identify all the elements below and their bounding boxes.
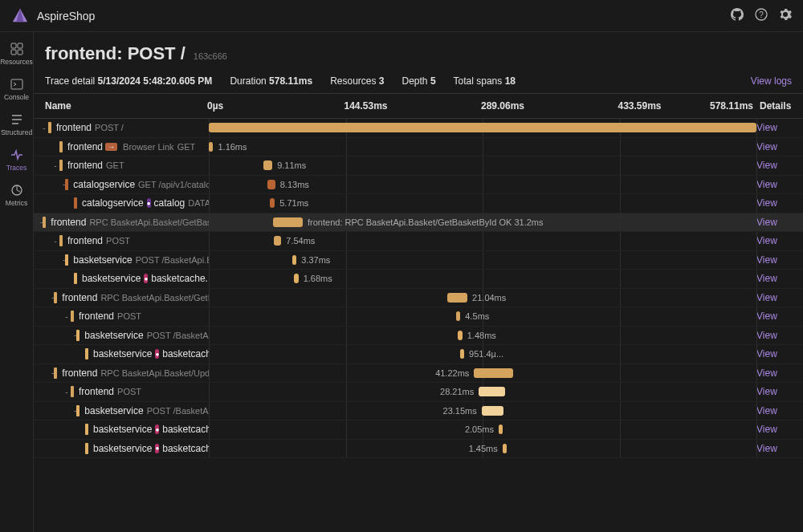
rail-item-structured[interactable]: Structured: [0, 108, 33, 141]
service-name: frontend: [56, 122, 92, 133]
service-name: catalogservice: [73, 179, 135, 190]
service-stripe-icon: [54, 292, 57, 303]
view-link[interactable]: View: [756, 330, 777, 341]
view-link[interactable]: View: [756, 122, 777, 133]
console-icon: [10, 77, 24, 91]
span-duration-label: 951.4µ...: [464, 349, 503, 359]
rail-item-traces[interactable]: Traces: [0, 143, 33, 177]
view-link[interactable]: View: [756, 160, 777, 171]
view-link[interactable]: View: [756, 405, 777, 416]
span-row[interactable]: basketservice●basketcache...951.4µ...Vie…: [34, 345, 803, 364]
span-duration-label: 8.13ms: [275, 180, 309, 189]
svg-rect-4: [11, 50, 16, 55]
span-bar[interactable]: [474, 368, 513, 378]
view-link[interactable]: View: [756, 197, 777, 209]
service-stripe-icon: [76, 405, 79, 416]
svg-rect-6: [11, 79, 22, 89]
expand-toggle[interactable]: -: [63, 388, 71, 396]
gear-icon[interactable]: [779, 8, 792, 23]
span-bar[interactable]: [263, 160, 272, 170]
service-name: frontend: [67, 141, 103, 152]
view-link[interactable]: View: [756, 443, 777, 454]
span-row[interactable]: -frontendPOST /View: [34, 119, 803, 138]
span-row[interactable]: -basketservicePOST /BasketApi.Bas...23.1…: [34, 402, 803, 421]
span-bar[interactable]: [479, 387, 505, 396]
metrics-icon: [10, 183, 24, 197]
span-bar[interactable]: [273, 217, 303, 227]
view-link[interactable]: View: [756, 424, 777, 435]
span-bar[interactable]: [482, 406, 503, 416]
view-link[interactable]: View: [756, 386, 777, 397]
view-link[interactable]: View: [756, 348, 777, 359]
span-bar[interactable]: [270, 198, 275, 208]
view-link[interactable]: View: [756, 141, 777, 152]
trace-meta: Trace detail 5/13/2024 5:48:20.605 PM Du…: [34, 67, 803, 93]
expand-toggle[interactable]: -: [40, 124, 48, 132]
span-row[interactable]: -frontendRPC BasketApi.Basket/UpdateBa..…: [34, 364, 803, 384]
timeline-cell: 3.37ms: [209, 251, 756, 270]
view-link[interactable]: View: [756, 292, 777, 303]
rail-item-console[interactable]: Console: [0, 72, 33, 106]
timeline-cell: 2.05ms: [209, 420, 756, 439]
github-icon[interactable]: [731, 8, 744, 23]
tick-label: 144.53ms: [344, 100, 388, 112]
span-row[interactable]: -frontendPOST7.54msView: [34, 232, 803, 251]
service-stripe-icon: [85, 443, 88, 454]
view-link[interactable]: View: [756, 368, 777, 379]
view-link[interactable]: View: [756, 273, 777, 284]
view-link[interactable]: View: [756, 254, 777, 266]
span-row[interactable]: basketservice●basketcache...1.45msView: [34, 440, 803, 459]
span-duration-label: 7.54ms: [281, 236, 315, 246]
span-row[interactable]: frontend→Browser LinkGET1.16msView: [34, 138, 803, 157]
view-link[interactable]: View: [756, 311, 777, 322]
service-name: frontend: [51, 217, 86, 228]
expand-toggle[interactable]: -: [63, 312, 71, 321]
span-bar[interactable]: [267, 180, 275, 189]
help-icon[interactable]: ?: [755, 8, 768, 23]
view-link[interactable]: View: [756, 217, 777, 228]
span-bar[interactable]: [209, 123, 756, 132]
timeline-cell: 1.16ms: [209, 138, 756, 156]
span-path: RPC BasketApi.Basket/GetBaske...: [100, 293, 209, 303]
span-row[interactable]: -catalogserviceGET /api/v1/catalog/ite..…: [34, 176, 803, 195]
span-row[interactable]: basketservice●basketcache...2.05msView: [34, 420, 803, 440]
view-link[interactable]: View: [756, 179, 777, 190]
column-name[interactable]: Name: [34, 100, 209, 112]
service-name: basketservice: [93, 348, 152, 359]
span-path: POST /: [95, 123, 124, 132]
view-link[interactable]: View: [756, 235, 777, 246]
span-row[interactable]: catalogservice●catalogDATA ...5.71msView: [34, 194, 803, 213]
db-pill-icon: ●: [147, 198, 151, 208]
app-name: AspireShop: [37, 10, 731, 22]
span-row[interactable]: -frontendPOST28.21msView: [34, 383, 803, 402]
rail-item-resources[interactable]: Resources: [0, 37, 33, 71]
service-name: basketservice: [73, 254, 132, 266]
service-name: basketservice: [82, 273, 141, 284]
span-row[interactable]: -basketservicePOST /BasketApi.Bas...1.48…: [34, 327, 803, 346]
service-stripe-icon: [85, 424, 88, 435]
span-path: RPC BasketApi.Basket/GetBaske...: [89, 217, 209, 227]
cache-pill-icon: ●: [155, 424, 159, 434]
span-row[interactable]: basketservice●basketcache...1.68msView: [34, 270, 803, 289]
column-details[interactable]: Details: [756, 100, 803, 112]
service-name: basketservice: [93, 424, 152, 435]
span-row[interactable]: -frontendRPC BasketApi.Basket/GetBaske..…: [34, 289, 803, 308]
span-bar[interactable]: [274, 236, 281, 246]
span-bar[interactable]: [447, 293, 467, 303]
view-logs-link[interactable]: View logs: [751, 75, 792, 87]
rail-item-metrics[interactable]: Metrics: [0, 178, 33, 212]
span-bar[interactable]: [503, 444, 507, 453]
span-row[interactable]: -frontendRPC BasketApi.Basket/GetBaske..…: [34, 213, 803, 233]
expand-toggle[interactable]: -: [51, 161, 59, 170]
span-bar[interactable]: [499, 424, 503, 434]
span-row[interactable]: -frontendGET9.11msView: [34, 156, 803, 176]
span-row[interactable]: -basketservicePOST /BasketApi.Bas...3.37…: [34, 251, 803, 270]
span-path: POST: [106, 236, 130, 246]
span-row[interactable]: -frontendPOST4.5msView: [34, 307, 803, 327]
timeline-cell: 9.11ms: [209, 156, 756, 175]
tick-label: 433.59ms: [618, 100, 662, 112]
expand-toggle[interactable]: -: [51, 237, 59, 246]
span-duration-label: 3.37ms: [296, 255, 330, 265]
service-name: frontend: [67, 235, 103, 246]
span-duration-label: 1.68ms: [299, 274, 332, 283]
